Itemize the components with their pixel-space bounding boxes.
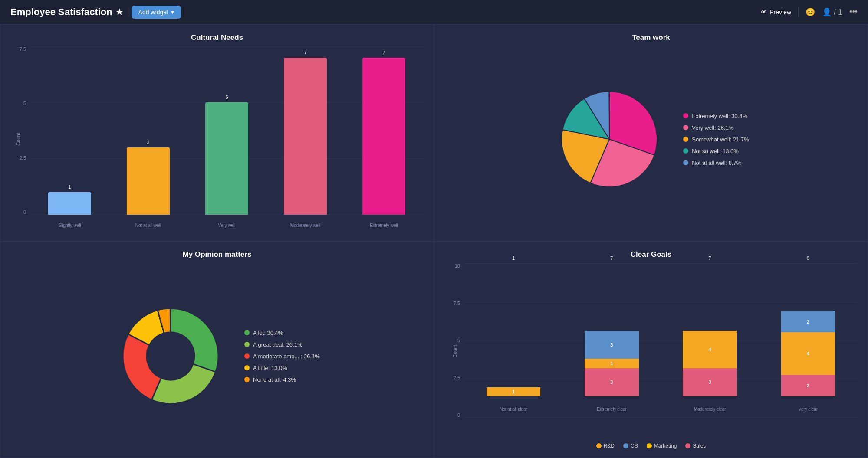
legend-item: None at all: 4.3% <box>244 376 320 383</box>
legend-item: A great deal: 26.1% <box>244 341 320 348</box>
bar-item: 3 Not at all well <box>109 46 187 215</box>
legend-label: A great deal: 26.1% <box>253 341 302 348</box>
y-label-5: 5 <box>11 101 28 106</box>
eye-icon: 👁 <box>761 9 767 16</box>
legend-label: Not so well: 13.0% <box>692 148 739 154</box>
stacked-bar-item: 1 1 Not at all clear <box>464 263 562 396</box>
y-label: 7.5 <box>445 301 462 306</box>
stacked-segment: 4 <box>781 332 835 375</box>
legend-dot <box>244 365 250 370</box>
bar-value-label: 1 <box>68 184 71 190</box>
bar-chart-area: Count 0 2.5 5 7.5 1 Slightly we <box>11 46 423 232</box>
legend-item: A moderate amo... : 26.1% <box>244 353 320 360</box>
legend-dot <box>683 125 688 130</box>
y-axis-labels: 0 2.5 5 7.5 <box>11 46 28 215</box>
header: Employee Satisfaction ★ Add widget ▾ 👁 P… <box>0 0 868 24</box>
cultural-needs-widget: Cultural Needs Count 0 2.5 5 7.5 <box>0 24 434 241</box>
stacked-bar-item: 7 313 Extremely clear <box>562 263 661 396</box>
bar-label: Not at all well <box>109 223 187 228</box>
legend-item: Extremely well: 30.4% <box>683 113 749 119</box>
add-widget-button[interactable]: Add widget ▾ <box>132 6 181 19</box>
preview-button[interactable]: 👁 Preview <box>761 9 791 16</box>
bar-value-label: 3 <box>147 140 149 145</box>
legend-label: Somewhat well: 21.7% <box>692 136 749 143</box>
stacked-bar-item: 8 242 Very clear <box>759 263 857 396</box>
bar-value-label: 5 <box>225 95 228 100</box>
legend-item-inline: R&D <box>596 443 615 449</box>
y-label-25: 2.5 <box>11 155 28 160</box>
y-label: 10 <box>445 263 462 268</box>
legend-dot <box>244 353 250 359</box>
add-widget-label: Add widget <box>138 9 168 16</box>
legend-label: CS <box>631 443 638 449</box>
legend-dot <box>683 113 688 118</box>
donut-slice <box>123 334 161 400</box>
donut-container: A lot: 30.4% A great deal: 26.1% A moder… <box>11 263 423 449</box>
legend-square <box>647 443 652 448</box>
stacked-segment: 1 <box>585 359 638 368</box>
users-icon[interactable]: 👤 / 1 <box>822 7 842 17</box>
legend-label: A moderate amo... : 26.1% <box>253 353 320 360</box>
stacked-total-label: 7 <box>610 255 613 261</box>
legend-label: None at all: 4.3% <box>253 376 296 383</box>
legend-dot <box>244 377 250 382</box>
preview-label: Preview <box>769 9 791 16</box>
legend-square <box>596 443 602 448</box>
stacked-y-labels: 0 2.5 5 7.5 10 <box>445 263 462 418</box>
stacked-segment: 3 <box>683 368 736 396</box>
legend-dot <box>244 342 250 347</box>
page-title: Employee Satisfaction ★ <box>10 7 123 18</box>
legend-label: Not at all well: 8.7% <box>692 160 741 166</box>
divider <box>798 7 799 17</box>
my-opinion-widget: My Opinion matters A lot: 30.4% A great … <box>0 241 434 458</box>
y-label: 2.5 <box>445 375 462 380</box>
donut-slice <box>171 308 218 372</box>
bar-label: Slightly well <box>30 223 109 228</box>
chevron-down-icon: ▾ <box>171 9 174 16</box>
team-work-widget: Team work Extremely well: 30.4% Very wel… <box>434 24 868 241</box>
bar-item: 5 Very well <box>187 46 266 215</box>
stacked-total-label: 7 <box>709 255 711 261</box>
donut-chart <box>114 300 227 412</box>
y-label-75: 7.5 <box>11 46 28 52</box>
stacked-chart-area: Count 0 2.5 5 7.5 10 1 1 Not at all clea… <box>445 263 857 439</box>
legend-item-inline: Marketing <box>647 443 677 449</box>
stacked-segment: 4 <box>683 331 736 368</box>
bars-group: 1 Slightly well 3 Not at all well 5 Very… <box>30 46 423 215</box>
stacked-bar-label: Very clear <box>749 407 867 412</box>
stacked-segment: 3 <box>585 331 638 359</box>
bar-label: Very well <box>187 223 266 228</box>
legend-item-inline: Sales <box>685 443 706 449</box>
stacked-segment: 3 <box>585 368 638 396</box>
emoji-icon[interactable]: 😊 <box>806 7 815 17</box>
stacked-segment: 2 <box>781 375 835 396</box>
y-label-0: 0 <box>11 209 28 215</box>
bar-label: Moderately well <box>266 223 345 228</box>
legend-dot <box>683 160 688 165</box>
star-icon[interactable]: ★ <box>116 7 123 17</box>
header-actions: 👁 Preview 😊 👤 / 1 ••• <box>761 7 858 17</box>
cultural-needs-chart: Count 0 2.5 5 7.5 1 Slightly we <box>11 46 423 232</box>
legend-dot <box>244 330 250 335</box>
legend-item: A little: 13.0% <box>244 365 320 371</box>
dashboard: Cultural Needs Count 0 2.5 5 7.5 <box>0 24 868 458</box>
legend-item: Somewhat well: 21.7% <box>683 136 749 143</box>
y-label: 0 <box>445 412 462 418</box>
y-label: 5 <box>445 338 462 343</box>
legend-label: Very well: 26.1% <box>692 124 733 131</box>
title-text: Employee Satisfaction <box>10 7 112 18</box>
legend-label: R&D <box>604 443 615 449</box>
stacked-segment: 2 <box>781 311 835 332</box>
stacked-total-label: 8 <box>807 255 809 261</box>
pie-legend: Extremely well: 30.4% Very well: 26.1% S… <box>683 113 749 166</box>
team-work-title: Team work <box>445 33 857 42</box>
my-opinion-title: My Opinion matters <box>11 250 423 259</box>
stacked-bar-item: 7 34 Moderately clear <box>661 263 759 396</box>
legend-label: A lot: 30.4% <box>253 330 283 336</box>
legend-item-inline: CS <box>623 443 638 449</box>
pie-chart <box>553 83 666 196</box>
clear-goals-widget: Clear Goals Count 0 2.5 5 7.5 10 1 1 Not… <box>434 241 868 458</box>
legend-label: A little: 13.0% <box>253 365 287 371</box>
legend-item: A lot: 30.4% <box>244 330 320 336</box>
more-options-icon[interactable]: ••• <box>849 7 858 16</box>
